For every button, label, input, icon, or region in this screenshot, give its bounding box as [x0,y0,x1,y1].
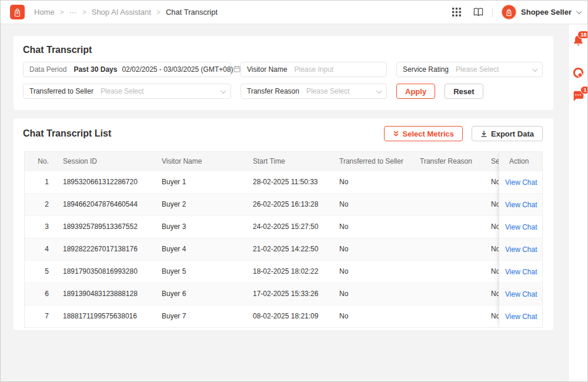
view-chat-link[interactable]: View Chat [505,268,537,276]
cell-transfer-reason [420,238,491,260]
floating-sidebar: 18 1 [568,25,587,381]
transferred-to-seller-select[interactable]: Transferred to Seller Please Select [23,84,231,99]
table-row: 1 1895320661312286720 Buyer 1 28-02-2025… [25,171,542,193]
service-rating-placeholder: Please Select [456,65,499,74]
cell-transfer-reason [420,171,491,193]
transfer-reason-label: Transfer Reason [247,87,299,95]
action-cell: View Chat [499,238,542,260]
cell-session-id: 1893925789513367552 [63,215,162,238]
data-period-preset: Past 30 Days [74,65,117,74]
chevron-down-icon [532,66,538,72]
data-period-field[interactable]: Data Period Past 30 Days 02/02/2025 - 03… [23,62,231,77]
column-header: Session ID [63,152,162,171]
service-rating-select[interactable]: Service Rating Please Select [396,62,543,77]
visitor-name-label: Visitor Name [247,65,287,74]
cell-no: 3 [25,215,63,238]
action-cell: View Chat [499,215,542,238]
apps-grid-icon[interactable] [451,7,462,18]
cell-visitor-name: Buyer 4 [162,238,253,260]
topbar-right: S Shopee Seller [451,5,580,19]
cell-visitor-name: Buyer 3 [162,215,253,238]
breadcrumb-separator: > [60,8,64,16]
cell-start-time: 18-02-2025 18:02:22 [253,260,339,283]
apply-button[interactable]: Apply [396,84,435,99]
cell-transferred-to-seller: No [339,193,420,215]
action-column-header: Action [499,152,542,171]
table-header-row: No.Session IDVisitor NameStart TimeTrans… [25,152,542,171]
cell-transfer-reason [420,215,491,238]
reset-button[interactable]: Reset [445,84,483,99]
transferred-to-seller-label: Transferred to Seller [29,87,93,95]
cell-transferred-to-seller: No [339,238,420,260]
notification-badge: 18 [577,31,588,39]
cell-visitor-name: Buyer 7 [162,305,253,327]
breadcrumb-item[interactable]: Home [34,8,55,16]
view-chat-link[interactable]: View Chat [505,223,537,231]
double-chevron-down-icon [393,130,399,137]
view-chat-link[interactable]: View Chat [505,245,537,254]
export-data-button[interactable]: Export Data [472,126,543,141]
chat-badge: 1 [580,86,588,94]
sticky-action-column: Action View ChatView ChatView ChatView C… [499,152,542,327]
cell-no: 1 [25,171,63,193]
breadcrumb-item: Chat Transcript [166,8,218,16]
visitor-name-field[interactable]: Visitor Name [240,62,387,77]
cell-transferred-to-seller: No [339,283,420,305]
column-header: No. [25,152,63,171]
column-header: Transfer Reason [420,152,491,171]
breadcrumb-item[interactable]: Shop AI Assistant [92,8,151,16]
chat-transcript-table: No.Session IDVisitor NameStart TimeTrans… [24,151,543,328]
cell-start-time: 24-02-2025 15:27:50 [253,215,339,238]
shopee-logo-icon[interactable]: S [10,5,25,19]
customer-service-icon[interactable] [572,67,584,81]
cell-session-id: 1892822267017138176 [63,238,162,260]
notifications-bell-icon[interactable]: 18 [572,35,584,50]
data-period-range: 02/02/2025 - 03/03/2025 (GMT+08) [122,65,233,74]
table-row: 3 1893925789513367552 Buyer 3 24-02-2025… [25,215,542,238]
cell-no: 4 [25,238,63,260]
table-row: 5 1891790350816993280 Buyer 5 18-02-2025… [25,260,542,283]
column-header: Transferred to Seller [339,152,420,171]
cell-visitor-name: Buyer 2 [162,193,253,215]
data-period-label: Data Period [29,65,66,74]
table-row: 7 1888171199575638016 Buyer 7 08-02-2025… [25,305,542,327]
transferred-to-seller-placeholder: Please Select [101,87,143,95]
cell-transferred-to-seller: No [339,215,420,238]
chevron-down-icon[interactable] [576,8,582,14]
action-cell: View Chat [499,260,542,283]
svg-text:S: S [508,11,510,15]
transfer-reason-select[interactable]: Transfer Reason Please Select [240,84,387,99]
avatar[interactable]: S [502,5,516,19]
profile-name[interactable]: Shopee Seller [521,8,572,16]
cell-visitor-name: Buyer 6 [162,283,253,305]
column-header: Start Time [253,152,339,171]
cell-session-id: 1891390483123888128 [63,283,162,305]
table-row: 6 1891390483123888128 Buyer 6 17-02-2025… [25,283,542,305]
svg-text:S: S [16,11,18,15]
calendar-icon [233,65,240,74]
page-title: Chat Transcript [14,36,553,62]
cell-start-time: 21-02-2025 14:22:50 [253,238,339,260]
view-chat-link[interactable]: View Chat [505,313,537,321]
action-cell: View Chat [499,305,542,327]
chat-messages-icon[interactable]: 1 [572,90,584,104]
breadcrumb-item[interactable]: ··· [69,8,77,16]
cell-transfer-reason [420,260,491,283]
transfer-reason-placeholder: Please Select [306,87,349,95]
cell-session-id: 1888171199575638016 [63,305,162,327]
handbook-icon[interactable] [473,7,483,18]
cell-start-time: 08-02-2025 18:21:09 [253,305,339,327]
view-chat-link[interactable]: View Chat [505,178,537,187]
cell-start-time: 17-02-2025 15:33:26 [253,283,339,305]
table-row: 2 1894662047876460544 Buyer 2 26-02-2025… [25,193,542,215]
view-chat-link[interactable]: View Chat [505,290,537,298]
action-cell: View Chat [499,171,542,193]
chevron-down-icon [376,88,382,94]
breadcrumb-separator: > [156,8,161,16]
column-header: Visitor Name [162,152,253,171]
visitor-name-input[interactable] [294,65,385,74]
select-metrics-button[interactable]: Select Metrics [384,126,463,141]
view-chat-link[interactable]: View Chat [505,201,537,209]
action-cell: View Chat [499,283,542,305]
cell-session-id: 1894662047876460544 [63,193,162,215]
